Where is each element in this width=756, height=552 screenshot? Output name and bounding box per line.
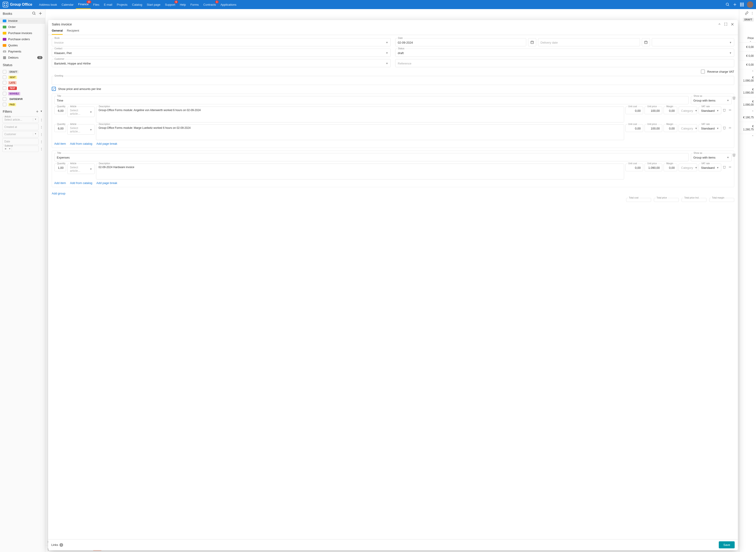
show-as-field[interactable]: Show as Group with items ▼	[691, 96, 732, 104]
chevron-down-icon[interactable]: ▼	[715, 166, 719, 169]
nav-item-finance[interactable]: Finance10	[76, 0, 91, 9]
chevron-down-icon[interactable]: ▼	[715, 127, 719, 130]
category-field[interactable]: Category▼	[679, 107, 697, 114]
quantity-field[interactable]: Quantity1,00	[54, 163, 66, 171]
checkbox[interactable]	[3, 103, 6, 106]
category-field[interactable]: Category▼	[679, 163, 697, 171]
chevron-down-icon[interactable]: ▼	[384, 51, 388, 54]
delete-icon[interactable]	[732, 153, 736, 157]
sidebar-item-purchase-invoices[interactable]: Purchase invoices	[0, 30, 45, 36]
category-field[interactable]: Category▼	[679, 124, 697, 132]
avatar[interactable]	[747, 1, 753, 8]
nav-item-forms[interactable]: Forms	[188, 0, 201, 9]
nav-item-start-page[interactable]: Start page	[144, 0, 163, 9]
vat-field[interactable]: VAT rateStandaard▼	[699, 163, 721, 171]
chevron-down-icon[interactable]: ▼	[715, 109, 719, 112]
nav-item-catalog[interactable]: Catalog	[130, 0, 145, 9]
checkbox[interactable]	[3, 70, 6, 74]
calendar-icon[interactable]	[528, 38, 536, 46]
status-item-test[interactable]: TEST	[0, 86, 45, 91]
unit-cost-field[interactable]: Unit cost0,00	[625, 124, 643, 132]
status-item-dafdewvr[interactable]: DAFDEWVR	[0, 96, 45, 102]
description-field[interactable]: DescriptionGroup-Office Forms module: Ma…	[96, 124, 624, 140]
description-field[interactable]: DescriptionGroup-Office Forms module: An…	[96, 107, 624, 122]
margin-field[interactable]: Margin0,00	[664, 163, 677, 171]
date-field[interactable]: Date 02-09-2024	[395, 38, 526, 46]
subtotal-filter[interactable]: Subtotal = ▼	[2, 146, 39, 152]
collapse-icon[interactable]	[718, 22, 721, 26]
chevron-down-icon[interactable]: ▼	[725, 99, 729, 102]
save-button[interactable]: Save	[719, 541, 735, 548]
delete-icon[interactable]	[723, 165, 726, 169]
checkbox[interactable]	[3, 97, 6, 101]
apps-icon[interactable]	[740, 3, 744, 6]
vat-field[interactable]: VAT rateStandaard▼	[699, 124, 721, 132]
unit-price-field[interactable]: Unit price1.090,00	[644, 163, 662, 171]
calendar-icon[interactable]	[642, 38, 650, 46]
chevron-down-icon[interactable]: ▼	[693, 166, 698, 169]
quantity-field[interactable]: Quantity6,00	[54, 124, 66, 132]
unit-cost-field[interactable]: Unit cost0,00	[625, 163, 643, 171]
delete-icon[interactable]	[723, 108, 726, 112]
group-title-field[interactable]: Title Time	[54, 96, 689, 104]
created-at-filter[interactable]: Created at	[2, 124, 39, 130]
checkbox[interactable]	[3, 76, 6, 79]
close-icon[interactable]	[731, 22, 734, 26]
fullscreen-icon[interactable]	[724, 22, 727, 26]
add-icon[interactable]	[733, 2, 737, 7]
chevron-down-icon[interactable]: ▼	[693, 109, 698, 112]
status-item-paid[interactable]: PAID	[0, 102, 45, 107]
links-section[interactable]: Links 1	[51, 543, 63, 547]
chevron-down-icon[interactable]: ▼	[384, 41, 388, 44]
article-field[interactable]: ArticleSelect article...▼	[67, 107, 95, 117]
chevron-down-icon[interactable]: ▼	[693, 127, 698, 130]
checkbox[interactable]	[3, 92, 6, 96]
chevron-down-icon[interactable]: ▼	[88, 168, 92, 170]
sidebar-item-payments[interactable]: Payments	[0, 48, 45, 54]
delete-icon[interactable]	[732, 96, 736, 100]
more-icon[interactable]: ⋮	[40, 133, 43, 136]
sidebar-item-order[interactable]: Order	[0, 24, 45, 30]
nav-item-files[interactable]: Files	[91, 0, 102, 9]
tab-recipient[interactable]: Recipient	[67, 27, 79, 35]
contact-field[interactable]: Contact Klaasen, Piet ▼	[52, 48, 391, 57]
add-page-break-link[interactable]: Add page break	[97, 142, 117, 145]
reference-field[interactable]: Reference	[395, 59, 734, 67]
drag-icon[interactable]	[728, 165, 732, 169]
unit-price-field[interactable]: Unit price100,00	[644, 107, 662, 114]
chevron-down-icon[interactable]: ▼	[88, 111, 92, 113]
customer-field[interactable]: Customer Bartoletti, Hoppe and Hirthe ▼	[52, 59, 391, 67]
app-logo[interactable]: Group Office	[3, 2, 32, 7]
add-group-link[interactable]: Add group	[52, 192, 65, 195]
date-filter[interactable]: Date	[2, 138, 39, 145]
status-item-sent[interactable]: SENT	[0, 75, 45, 80]
unit-price-field[interactable]: Unit price100,00	[644, 124, 662, 132]
chevron-up-icon[interactable]: ⌃	[739, 134, 756, 138]
margin-field[interactable]: Margin0,00	[664, 107, 677, 114]
chevron-down-icon[interactable]: ▼	[33, 118, 36, 121]
nav-item-support[interactable]: Support6	[163, 0, 178, 9]
chevron-down-icon[interactable]: ▼	[727, 51, 732, 54]
chevron-down-icon[interactable]: ▼	[384, 62, 388, 65]
link-icon[interactable]	[745, 11, 749, 15]
drag-icon[interactable]	[728, 126, 732, 130]
search-icon[interactable]	[32, 11, 36, 15]
nav-item-address-book[interactable]: Address book	[37, 0, 59, 9]
add-icon[interactable]	[36, 110, 39, 113]
article-filter[interactable]: Article Select article... ▼	[2, 117, 39, 123]
chevron-up-icon[interactable]: ⌃	[739, 109, 756, 113]
show-price-checkbox[interactable]	[52, 87, 56, 91]
chevron-down-icon[interactable]: ▼	[40, 110, 42, 113]
extra-select[interactable]: ▼	[652, 38, 734, 46]
more-icon[interactable]: ⋮	[40, 147, 43, 151]
delete-icon[interactable]	[723, 126, 726, 130]
article-field[interactable]: ArticleSelect article...▼	[67, 163, 95, 174]
nav-item-contracts[interactable]: Contracts1	[201, 0, 218, 9]
chevron-down-icon[interactable]: ▼	[727, 41, 732, 44]
add-icon[interactable]	[38, 11, 42, 15]
book-field[interactable]: Book Invoice ▼	[52, 38, 391, 46]
more-icon[interactable]: ⋮	[40, 140, 43, 143]
search-icon[interactable]	[726, 2, 730, 7]
sidebar-item-debtors[interactable]: Debtors10	[0, 54, 45, 61]
sidebar-item-purchase-orders[interactable]: Purchase orders	[0, 36, 45, 42]
